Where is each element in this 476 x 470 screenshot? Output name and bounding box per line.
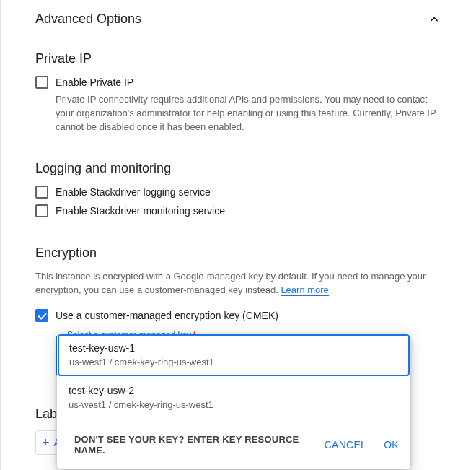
dropdown-option-name: test-key-usw-1 — [69, 341, 398, 355]
cmek-key-dropdown: test-key-usw-1 us-west1 / cmek-key-ring-… — [57, 334, 410, 469]
logging-monitoring-title: Logging and monitoring — [35, 161, 441, 176]
enable-monitoring-checkbox[interactable] — [35, 204, 48, 217]
enable-private-ip-checkbox[interactable] — [35, 76, 48, 89]
plus-icon: + — [42, 436, 50, 449]
private-ip-title: Private IP — [35, 51, 441, 66]
enable-logging-checkbox[interactable] — [35, 186, 48, 199]
dropdown-option-name: test-key-usw-2 — [69, 384, 399, 398]
encryption-title: Encryption — [35, 245, 441, 261]
dropdown-option[interactable]: test-key-usw-1 us-west1 / cmek-key-ring-… — [58, 334, 410, 376]
chevron-up-icon — [427, 12, 441, 27]
cmek-label: Use a customer-managed encryption key (C… — [56, 308, 278, 323]
dropdown-option-sub: us-west1 / cmek-key-ring-us-west1 — [69, 356, 398, 369]
ok-button[interactable]: OK — [384, 439, 399, 451]
logging-monitoring-section: Logging and monitoring Enable Stackdrive… — [35, 161, 441, 218]
cancel-button[interactable]: CANCEL — [325, 439, 367, 451]
enable-private-ip-label: Enable Private IP — [56, 75, 133, 90]
private-ip-helper: Private IP connectivity requires additio… — [56, 92, 441, 134]
advanced-options-accordion-header[interactable]: Advanced Options — [35, 12, 441, 27]
advanced-options-title: Advanced Options — [35, 12, 141, 27]
dropdown-option-sub: us-west1 / cmek-key-ring-us-west1 — [69, 399, 399, 412]
encryption-desc: This instance is encrypted with a Google… — [35, 269, 441, 297]
dropdown-prompt: DON'T SEE YOUR KEY? ENTER KEY RESOURCE N… — [74, 434, 313, 456]
dropdown-option[interactable]: test-key-usw-2 us-west1 / cmek-key-ring-… — [57, 377, 410, 419]
enable-monitoring-label: Enable Stackdriver monitoring service — [56, 204, 225, 218]
labels-title: Lab — [35, 406, 57, 421]
private-ip-section: Private IP Enable Private IP Private IP … — [35, 51, 441, 134]
cmek-checkbox[interactable] — [35, 309, 48, 322]
enable-logging-label: Enable Stackdriver logging service — [56, 185, 211, 199]
learn-more-link[interactable]: Learn more — [281, 284, 328, 296]
